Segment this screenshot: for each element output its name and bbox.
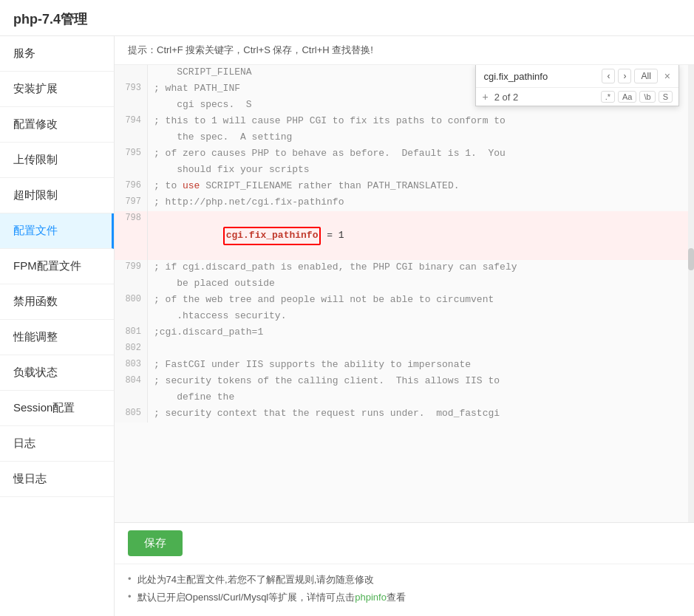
- table-row: 796 ; to use SCRIPT_FILENAME rather than…: [115, 179, 694, 195]
- line-content: ; security context that the request runs…: [148, 406, 506, 422]
- sidebar-item-timeout[interactable]: 超时限制: [0, 178, 114, 213]
- note-item-1: 此处为74主配置文件,若您不了解配置规则,请勿随意修改: [128, 573, 681, 586]
- hint-bar: 提示：Ctrl+F 搜索关键字，Ctrl+S 保存，Ctrl+H 查找替换!: [115, 36, 694, 65]
- table-row: the spec. A setting: [115, 130, 694, 146]
- line-content: ; of the web tree and people will not be…: [148, 292, 500, 309]
- line-content: ; of zero causes PHP to behave as before…: [148, 146, 511, 162]
- sidebar-item-performance[interactable]: 性能调整: [0, 320, 114, 355]
- scrollbar-thumb[interactable]: [688, 248, 694, 270]
- phpinfo-link[interactable]: phpinfo: [355, 592, 387, 603]
- table-row: 799 ; if cgi.discard_path is enabled, th…: [115, 260, 694, 276]
- table-row: 801 ;cgi.discard_path=1: [115, 325, 694, 341]
- table-row: .htaccess security.: [115, 309, 694, 325]
- line-content: should fix your scripts: [148, 162, 316, 179]
- line-content: ; if cgi.discard_path is enabled, the PH…: [148, 260, 523, 276]
- note-text-2: 默认已开启Openssl/Curl/Mysql等扩展，详情可点击phpinfo查…: [137, 591, 406, 604]
- line-number: [115, 162, 148, 179]
- line-content: ;cgi.discard_path=1: [148, 325, 269, 341]
- line-content: ; to use SCRIPT_FILENAME rather than PAT…: [148, 179, 465, 195]
- table-row: 800 ; of the web tree and people will no…: [115, 292, 694, 309]
- sidebar: 服务 安装扩展 配置修改 上传限制 超时限制 配置文件 FPM配置文件 禁用函数…: [0, 36, 115, 616]
- sidebar-item-fpm-config[interactable]: FPM配置文件: [0, 249, 114, 284]
- line-number: [115, 309, 148, 325]
- table-row: 794 ; this to 1 will cause PHP CGI to fi…: [115, 114, 694, 130]
- line-content: ; what PATH_INF: [148, 81, 246, 97]
- line-number: [115, 130, 148, 146]
- notes-area: 此处为74主配置文件,若您不了解配置规则,请勿随意修改 默认已开启Openssl…: [115, 564, 694, 616]
- search-add-button[interactable]: +: [482, 91, 488, 103]
- editor-container: ‹ › All × + 2 of 2 .* Aa \b S: [115, 65, 694, 522]
- search-word-button[interactable]: \b: [639, 91, 655, 103]
- search-next-button[interactable]: ›: [618, 69, 631, 83]
- sidebar-item-install-ext[interactable]: 安装扩展: [0, 72, 114, 107]
- line-number: 796: [115, 179, 148, 195]
- sidebar-item-config-file[interactable]: 配置文件: [0, 213, 114, 249]
- line-content: [148, 341, 160, 357]
- sidebar-item-service[interactable]: 服务: [0, 36, 114, 72]
- search-all-button[interactable]: All: [634, 69, 657, 83]
- line-number: [115, 65, 148, 81]
- sidebar-item-session-config[interactable]: Session配置: [0, 391, 114, 426]
- table-row: 802: [115, 341, 694, 357]
- line-number: 800: [115, 292, 148, 309]
- line-content: define the: [148, 390, 240, 406]
- bottom-bar: 保存: [115, 522, 694, 564]
- search-bar: ‹ › All × + 2 of 2 .* Aa \b S: [475, 65, 679, 106]
- search-options: .* Aa \b S: [601, 91, 673, 103]
- line-number: 802: [115, 341, 148, 357]
- content-area: 提示：Ctrl+F 搜索关键字，Ctrl+S 保存，Ctrl+H 查找替换! ‹…: [115, 36, 694, 616]
- line-number: 797: [115, 195, 148, 211]
- save-button[interactable]: 保存: [128, 530, 183, 556]
- search-input[interactable]: [480, 69, 599, 83]
- line-content: ; security tokens of the calling client.…: [148, 374, 506, 390]
- search-case-button[interactable]: Aa: [618, 91, 636, 103]
- search-close-button[interactable]: ×: [661, 69, 674, 83]
- line-number: [115, 276, 148, 292]
- line-number: [115, 390, 148, 406]
- search-bar-top: ‹ › All ×: [476, 65, 678, 88]
- table-row: 798 cgi.fix_pathinfo = 1: [115, 211, 694, 260]
- line-content: cgi.fix_pathinfo = 1: [148, 211, 350, 260]
- vertical-scrollbar[interactable]: [688, 65, 694, 522]
- line-number: 801: [115, 325, 148, 341]
- sidebar-item-load-status[interactable]: 负载状态: [0, 355, 114, 391]
- line-number: [115, 97, 148, 114]
- line-number: 799: [115, 260, 148, 276]
- search-count: 2 of 2: [494, 92, 524, 103]
- search-regex-button[interactable]: .*: [601, 91, 615, 103]
- line-content: ; FastCGI under IIS supports the ability…: [148, 357, 477, 374]
- app-title: php-7.4管理: [0, 0, 694, 36]
- line-number: 794: [115, 114, 148, 130]
- line-content: ; http://php.net/cgi.fix-pathinfo: [148, 195, 350, 211]
- search-bar-bottom: + 2 of 2 .* Aa \b S: [476, 88, 678, 106]
- sidebar-item-slow-logs[interactable]: 慢日志: [0, 462, 114, 497]
- table-row: 803 ; FastCGI under IIS supports the abi…: [115, 357, 694, 374]
- line-number: 805: [115, 406, 148, 422]
- sidebar-item-upload-limit[interactable]: 上传限制: [0, 143, 114, 178]
- line-content: the spec. A setting: [148, 130, 298, 146]
- code-editor[interactable]: SCRIPT_FILENA 793 ; what PATH_INF cgi sp…: [115, 65, 694, 522]
- line-number: 798: [115, 211, 148, 260]
- table-row: 795 ; of zero causes PHP to behave as be…: [115, 146, 694, 162]
- sidebar-item-logs[interactable]: 日志: [0, 426, 114, 462]
- table-row: should fix your scripts: [115, 162, 694, 179]
- line-content: cgi specs. S: [148, 97, 258, 114]
- sidebar-item-disabled-funcs[interactable]: 禁用函数: [0, 284, 114, 320]
- search-prev-button[interactable]: ‹: [602, 69, 615, 83]
- table-row: define the: [115, 390, 694, 406]
- line-content: .htaccess security.: [148, 309, 292, 325]
- line-content: SCRIPT_FILENA: [148, 65, 258, 81]
- table-row: 797 ; http://php.net/cgi.fix-pathinfo: [115, 195, 694, 211]
- search-select-button[interactable]: S: [659, 91, 673, 103]
- line-number: 803: [115, 357, 148, 374]
- table-row: be placed outside: [115, 276, 694, 292]
- note-text-1: 此处为74主配置文件,若您不了解配置规则,请勿随意修改: [137, 573, 375, 586]
- line-number: 795: [115, 146, 148, 162]
- line-number: 804: [115, 374, 148, 390]
- line-number: 793: [115, 81, 148, 97]
- line-content: be placed outside: [148, 276, 281, 292]
- line-content: ; this to 1 will cause PHP CGI to fix it…: [148, 114, 511, 130]
- table-row: 804 ; security tokens of the calling cli…: [115, 374, 694, 390]
- sidebar-item-config-modify[interactable]: 配置修改: [0, 107, 114, 143]
- note-item-2: 默认已开启Openssl/Curl/Mysql等扩展，详情可点击phpinfo查…: [128, 591, 681, 604]
